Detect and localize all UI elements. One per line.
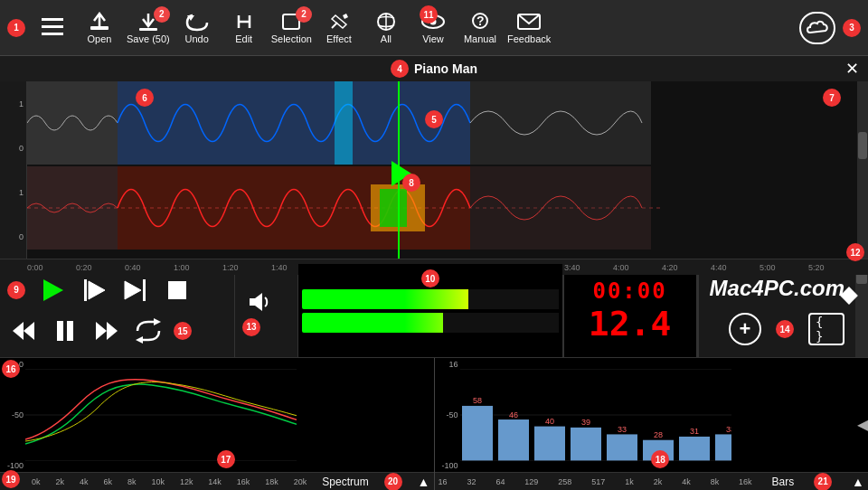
badge-17: 17 xyxy=(217,450,235,468)
bars-panel: 16 -50 -100 58 46 40 39 33 xyxy=(435,358,869,490)
play-button[interactable] xyxy=(36,274,69,306)
fast-forward-button[interactable] xyxy=(90,315,123,347)
bars-up-arrow[interactable]: ▲ xyxy=(852,475,864,489)
track-title: Piano Man xyxy=(414,61,477,76)
add-button[interactable]: + xyxy=(729,313,761,345)
badge-13: 13 xyxy=(242,318,260,336)
open-label: Open xyxy=(88,33,112,44)
waveform-container: 1 0 1 0 6 5 7 xyxy=(0,81,868,259)
svg-text:33: 33 xyxy=(617,425,626,434)
svg-rect-16 xyxy=(118,81,470,165)
svg-text:40: 40 xyxy=(544,417,553,426)
play-from-start-button[interactable] xyxy=(78,274,110,306)
svg-rect-23 xyxy=(380,189,407,227)
badge-4: 4 xyxy=(391,60,409,78)
svg-marker-39 xyxy=(250,293,262,311)
badge-16: 16 xyxy=(2,360,20,378)
svg-text:28: 28 xyxy=(653,430,662,439)
stop-button[interactable] xyxy=(161,274,193,306)
controls-area: 9 xyxy=(0,264,868,358)
vu-meter: 10 xyxy=(298,264,562,357)
selection-button[interactable]: Selection 2 xyxy=(268,3,316,53)
spectrum-label: Spectrum xyxy=(322,476,368,488)
svg-text:?: ? xyxy=(476,14,485,28)
right-scroll-arrow[interactable]: ◀ xyxy=(857,416,868,433)
svg-rect-15 xyxy=(27,81,118,165)
svg-rect-54 xyxy=(607,434,637,460)
svg-marker-31 xyxy=(13,322,24,340)
svg-rect-2 xyxy=(42,33,63,35)
badge-6: 6 xyxy=(136,89,154,107)
volume-button[interactable] xyxy=(242,286,275,318)
badge-8: 8 xyxy=(402,174,420,192)
play-to-end-button[interactable] xyxy=(119,274,152,306)
toolbar-right: 3 xyxy=(799,12,861,44)
manual-button[interactable]: ? Manual xyxy=(457,3,504,53)
scrollbar-thumb[interactable] xyxy=(858,132,867,159)
svg-rect-58 xyxy=(679,437,710,460)
svg-rect-17 xyxy=(335,81,353,165)
svg-rect-33 xyxy=(57,321,63,341)
svg-marker-28 xyxy=(125,281,141,299)
badge-5: 5 xyxy=(425,110,443,128)
digital-clock: 00:00 12.4 11 xyxy=(562,264,698,357)
loop-markers-button[interactable]: { } xyxy=(808,313,844,345)
waveform-bottom xyxy=(27,166,857,250)
svg-rect-60 xyxy=(715,434,731,460)
mac4pc-label: Mac4PC.com xyxy=(710,276,844,301)
svg-rect-34 xyxy=(67,321,73,341)
undo-label: Undo xyxy=(185,33,209,44)
effect-button[interactable]: Effect xyxy=(316,3,363,53)
edit-button[interactable]: Edit xyxy=(221,3,268,53)
badge-14: 14 xyxy=(776,320,794,338)
rewind-button[interactable] xyxy=(7,315,40,347)
undo-button[interactable]: Undo xyxy=(174,3,221,53)
cloud-button[interactable] xyxy=(799,12,835,44)
svg-text:31: 31 xyxy=(689,427,698,436)
svg-marker-27 xyxy=(89,281,105,299)
badge-1: 1 xyxy=(7,19,25,37)
spectrum-up-arrow[interactable]: ▲ xyxy=(418,475,430,489)
feedback-label: Feedback xyxy=(507,33,551,44)
badge-11: 11 xyxy=(420,5,438,24)
spectrum-chart xyxy=(25,358,297,472)
selection-label: Selection xyxy=(271,33,312,44)
manual-label: Manual xyxy=(464,33,496,44)
track-scrollbar[interactable] xyxy=(857,81,868,259)
track-title-bar: 4 Piano Man ✕ xyxy=(0,56,868,81)
close-button[interactable]: ✕ xyxy=(845,59,859,79)
feedback-button[interactable]: Feedback xyxy=(504,3,554,53)
all-label: All xyxy=(381,33,392,44)
svg-marker-32 xyxy=(24,322,34,340)
controls-scrollbar[interactable] xyxy=(855,264,868,357)
save-button[interactable]: Save (50) 2 xyxy=(123,3,174,53)
bars-bottom-bar: 16 32 64 129 258 517 1k 2k 4k 8k 16k Bar… xyxy=(435,472,869,490)
transport-row-1: 9 xyxy=(7,274,227,306)
badge-3: 3 xyxy=(843,19,861,37)
bars-chart: 58 46 40 39 33 28 31 33 38 xyxy=(460,358,731,472)
edit-label: Edit xyxy=(235,33,252,44)
menu-button[interactable] xyxy=(29,3,76,53)
pause-button[interactable] xyxy=(49,315,81,347)
transport-controls: 9 xyxy=(0,264,235,357)
badge-21: 21 xyxy=(814,473,832,491)
spectrum-panel: 16 0 -50 -100 17 ⚙ 0k 2k 4k 6k xyxy=(0,358,435,490)
svg-line-7 xyxy=(332,23,337,28)
extra-controls: Mac4PC.com + 14 { } xyxy=(698,264,855,357)
svg-rect-52 xyxy=(571,428,601,461)
svg-marker-38 xyxy=(136,336,143,344)
spectrum-bottom-bar: ⚙ 0k 2k 4k 6k 8k 10k 12k 14k 16k 18k 20k… xyxy=(0,472,434,490)
track-area: 4 Piano Man ✕ 1 0 1 0 6 xyxy=(0,56,868,264)
extra-row-1: Mac4PC.com xyxy=(710,276,844,301)
extra-row-2: + 14 { } xyxy=(710,313,844,345)
all-button[interactable]: All xyxy=(363,3,410,53)
badge-20: 20 xyxy=(384,473,402,491)
badge-7: 7 xyxy=(823,89,841,107)
svg-rect-46 xyxy=(462,406,493,460)
svg-rect-4 xyxy=(139,28,157,31)
volume-area: 13 xyxy=(235,264,298,357)
loop-button[interactable] xyxy=(132,315,165,347)
svg-text:58: 58 xyxy=(472,396,481,405)
svg-rect-50 xyxy=(534,427,565,461)
open-button[interactable]: Open xyxy=(76,3,123,53)
